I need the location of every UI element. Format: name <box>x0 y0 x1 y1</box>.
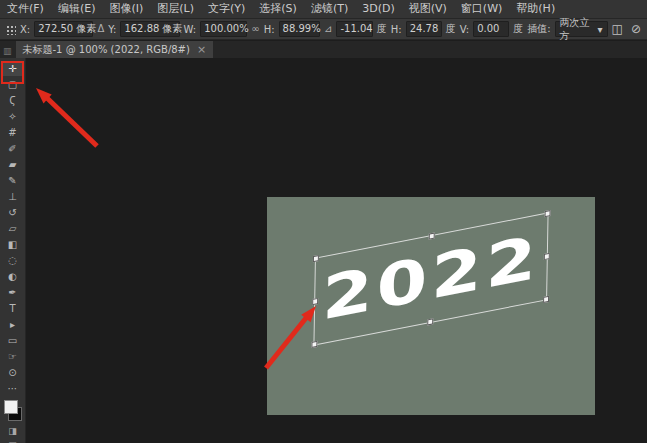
menu-item[interactable]: 图层(L) <box>150 0 201 18</box>
pen-tool[interactable]: ✒ <box>2 285 24 300</box>
menu-item[interactable]: 文字(Y) <box>201 0 252 18</box>
spot-healing-brush-tool[interactable]: ▰ <box>2 157 24 172</box>
free-transform-bounding-box[interactable]: 2022 <box>313 212 548 345</box>
eyedropper-tool[interactable]: ✐ <box>2 141 24 156</box>
y-label: Y: <box>108 24 116 35</box>
screen-mode-button[interactable]: ▣ <box>2 438 24 443</box>
brush-tool[interactable]: ✎ <box>2 173 24 188</box>
close-icon[interactable]: × <box>197 43 206 56</box>
type-tool[interactable]: T <box>2 301 24 316</box>
rotate-unit: 度 <box>377 22 387 36</box>
dodge-tool[interactable]: ◐ <box>2 269 24 284</box>
height-label: H: <box>264 24 275 35</box>
vskew-unit: 度 <box>513 22 523 36</box>
interpolation-dropdown[interactable]: 两次立方 ▾ <box>555 21 608 37</box>
reference-point-grid-icon[interactable] <box>5 24 16 35</box>
transform-handle-top-middle[interactable] <box>429 232 435 239</box>
canvas-area[interactable]: 2022 <box>26 58 647 443</box>
hskew-label: H: <box>391 24 402 35</box>
chevron-down-icon: ▾ <box>598 23 603 36</box>
x-input[interactable]: 272.50 像素 <box>34 21 93 37</box>
y-input[interactable]: 162.88 像素 <box>120 21 179 37</box>
quick-selection-tool[interactable]: ✧ <box>2 109 24 124</box>
transformed-text-2022[interactable]: 2022 <box>282 207 580 351</box>
menu-item[interactable]: 选择(S) <box>252 0 304 18</box>
zoom-tool[interactable]: ⊙ <box>2 365 24 380</box>
document-tab-title: 未标题-1 @ 100% (2022, RGB/8#) <box>23 43 190 57</box>
transform-handle-middle-left[interactable] <box>312 298 318 305</box>
menu-item[interactable]: 窗口(W) <box>454 0 509 18</box>
document-list-icon[interactable]: ▥ <box>3 46 12 56</box>
menu-item[interactable]: 3D(D) <box>355 0 402 18</box>
width-input[interactable]: 100.00% <box>200 21 247 37</box>
menu-item[interactable]: 帮助(H) <box>509 0 562 18</box>
relative-position-icon[interactable]: Δ <box>97 22 104 36</box>
transform-handle-top-right[interactable] <box>545 210 551 217</box>
hand-tool[interactable]: ☞ <box>2 349 24 364</box>
warp-mode-icon[interactable]: ◫ <box>612 22 623 36</box>
annotation-highlight-box <box>1 61 24 84</box>
cancel-transform-icon[interactable]: ⊘ <box>631 22 641 36</box>
width-label: W: <box>184 24 197 35</box>
interpolation-label: 插值: <box>527 22 550 36</box>
document-image[interactable]: 2022 <box>267 197 595 415</box>
transform-handle-middle-right[interactable] <box>544 253 550 260</box>
menu-item[interactable]: 滤镜(T) <box>304 0 355 18</box>
x-label: X: <box>20 24 30 35</box>
color-swatches[interactable] <box>3 400 23 421</box>
transform-handle-bottom-left[interactable] <box>311 341 317 348</box>
eraser-tool[interactable]: ▱ <box>2 221 24 236</box>
document-tab[interactable]: 未标题-1 @ 100% (2022, RGB/8#) × <box>16 41 214 58</box>
hskew-input[interactable]: 24.78 <box>406 21 442 37</box>
rectangle-tool[interactable]: ▭ <box>2 333 24 348</box>
lasso-tool[interactable]: Ϛ <box>2 93 24 108</box>
transform-handle-top-left[interactable] <box>313 255 319 262</box>
vskew-label: V: <box>460 24 469 35</box>
blur-tool[interactable]: ◌ <box>2 253 24 268</box>
hskew-unit: 度 <box>446 22 456 36</box>
vskew-input[interactable]: 0.00 <box>473 21 509 37</box>
rotate-angle-icon: ⊿ <box>324 22 332 36</box>
edit-toolbar-button[interactable]: ⋯ <box>2 381 24 396</box>
menu-bar: 文件(F)编辑(E)图像(I)图层(L)文字(Y)选择(S)滤镜(T)3D(D)… <box>0 0 647 19</box>
quick-mask-button[interactable]: ◨ <box>2 424 24 437</box>
tools-panel: ✛▢Ϛ✧#✐▰✎⊥↺▱◧◌◐✒T▸▭☞⊙⋯ ◨ ▣ <box>0 58 26 443</box>
gradient-tool[interactable]: ◧ <box>2 237 24 252</box>
link-dimensions-icon[interactable]: ∞ <box>251 22 259 36</box>
menu-item[interactable]: 视图(V) <box>402 0 454 18</box>
clone-stamp-tool[interactable]: ⊥ <box>2 189 24 204</box>
path-selection-tool[interactable]: ▸ <box>2 317 24 332</box>
options-bar: X: 272.50 像素 Δ Y: 162.88 像素 W: 100.00% ∞… <box>0 19 647 40</box>
photoshop-window: 文件(F)编辑(E)图像(I)图层(L)文字(Y)选择(S)滤镜(T)3D(D)… <box>0 0 647 443</box>
tab-bar: ▥ 未标题-1 @ 100% (2022, RGB/8#) × <box>0 41 647 58</box>
menu-item[interactable]: 图像(I) <box>102 0 150 18</box>
transform-handle-bottom-right[interactable] <box>543 296 549 303</box>
menu-item[interactable]: 编辑(E) <box>51 0 103 18</box>
height-input[interactable]: 88.99% <box>279 21 321 37</box>
rotate-input[interactable]: -11.04 <box>336 21 372 37</box>
menu-item[interactable]: 文件(F) <box>0 0 51 18</box>
crop-tool[interactable]: # <box>2 125 24 140</box>
interpolation-value: 两次立方 <box>560 16 594 42</box>
transform-handle-bottom-middle[interactable] <box>427 318 433 325</box>
foreground-color-swatch[interactable] <box>4 400 18 414</box>
history-brush-tool[interactable]: ↺ <box>2 205 24 220</box>
